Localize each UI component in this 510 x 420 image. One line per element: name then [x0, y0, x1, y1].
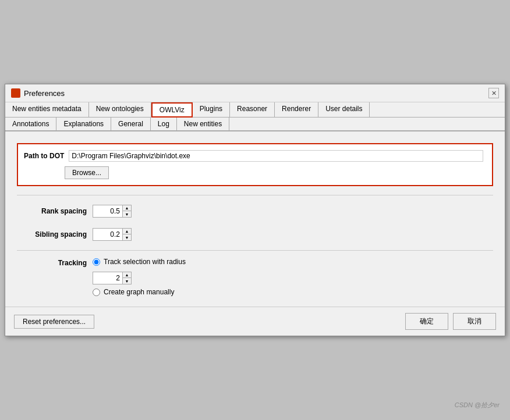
path-row: Path to DOT	[24, 150, 483, 162]
tracking-radio-1[interactable]	[93, 258, 100, 266]
bottom-right-buttons: 确定 取消	[405, 313, 496, 330]
tab-general[interactable]: General	[111, 118, 151, 130]
radius-input[interactable]	[93, 273, 122, 283]
rank-spacing-row: Rank spacing ▲ ▼	[17, 202, 493, 220]
rank-spacing-input[interactable]	[93, 206, 122, 216]
tab-new-entities-metadata[interactable]: New entities metadata	[5, 102, 89, 117]
tab-explanations[interactable]: Explanations	[56, 118, 111, 130]
browse-button[interactable]: Browse...	[65, 166, 109, 179]
cancel-button[interactable]: 取消	[453, 313, 496, 330]
title-bar-left: Preferences	[11, 88, 65, 98]
tab-owlviz[interactable]: OWLViz	[151, 102, 193, 118]
watermark: CSDN @拾夕er	[455, 401, 500, 410]
rank-spacing-spinner: ▲ ▼	[93, 205, 132, 218]
tab-renderer[interactable]: Renderer	[275, 102, 318, 117]
tab-new-entities[interactable]: New entities	[177, 118, 229, 130]
sibling-spacing-up[interactable]: ▲	[123, 229, 131, 234]
tab-plugins[interactable]: Plugins	[193, 102, 230, 117]
divider-2	[17, 250, 493, 251]
sibling-spacing-label: Sibling spacing	[17, 230, 93, 239]
tracking-option-2: Create graph manually	[93, 288, 186, 296]
close-button[interactable]: ✕	[488, 88, 499, 98]
rank-spacing-down[interactable]: ▼	[123, 211, 131, 217]
ok-button[interactable]: 确定	[405, 313, 448, 330]
radius-spinner: ▲ ▼	[93, 272, 132, 284]
content-area: Path to DOT Browse... Rank spacing ▲ ▼ S…	[5, 131, 505, 307]
tracking-option-2-label: Create graph manually	[104, 288, 174, 296]
tab-annotations[interactable]: Annotations	[5, 118, 56, 130]
radius-spinner-row: ▲ ▼	[93, 272, 186, 284]
tracking-row: Tracking Track selection with radius ▲ ▼	[17, 258, 493, 296]
radius-up[interactable]: ▲	[123, 272, 131, 278]
path-label: Path to DOT	[24, 152, 64, 160]
tab-row-2: Annotations Explanations General Log New…	[5, 118, 505, 131]
tab-user-details[interactable]: User details	[318, 102, 370, 117]
tracking-options: Track selection with radius ▲ ▼ Create g…	[93, 258, 186, 296]
rank-spacing-label: Rank spacing	[17, 207, 93, 215]
sibling-spacing-input[interactable]	[93, 229, 122, 240]
tabs-container: New entities metadata New ontologies OWL…	[5, 102, 505, 131]
tab-new-ontologies[interactable]: New ontologies	[89, 102, 151, 117]
tracking-label: Tracking	[17, 258, 93, 267]
preferences-dialog: Preferences ✕ New entities metadata New …	[5, 84, 505, 336]
radius-arrows: ▲ ▼	[122, 272, 131, 284]
bottom-bar: Reset preferences... 确定 取消	[5, 307, 505, 336]
dialog-title: Preferences	[24, 89, 65, 98]
browse-row: Browse...	[24, 162, 483, 179]
rank-spacing-up[interactable]: ▲	[123, 205, 131, 211]
divider-1	[17, 195, 493, 195]
tab-row-1: New entities metadata New ontologies OWL…	[5, 102, 505, 118]
svg-marker-0	[12, 90, 19, 97]
radius-down[interactable]: ▼	[123, 278, 131, 284]
tracking-option-1: Track selection with radius	[93, 258, 186, 266]
tab-log[interactable]: Log	[151, 118, 177, 130]
reset-button[interactable]: Reset preferences...	[14, 315, 94, 329]
path-input[interactable]	[69, 150, 483, 162]
tracking-option-1-label: Track selection with radius	[104, 258, 186, 266]
sibling-spacing-spinner: ▲ ▼	[93, 228, 132, 241]
sibling-spacing-arrows: ▲ ▼	[122, 229, 131, 240]
app-icon	[11, 88, 20, 98]
path-to-dot-section: Path to DOT Browse...	[17, 143, 493, 186]
sibling-spacing-row: Sibling spacing ▲ ▼	[17, 226, 493, 243]
rank-spacing-arrows: ▲ ▼	[122, 205, 131, 217]
tab-reasoner[interactable]: Reasoner	[230, 102, 275, 117]
tracking-radio-2[interactable]	[93, 289, 100, 296]
title-bar: Preferences ✕	[5, 84, 505, 102]
sibling-spacing-down[interactable]: ▼	[123, 234, 131, 240]
